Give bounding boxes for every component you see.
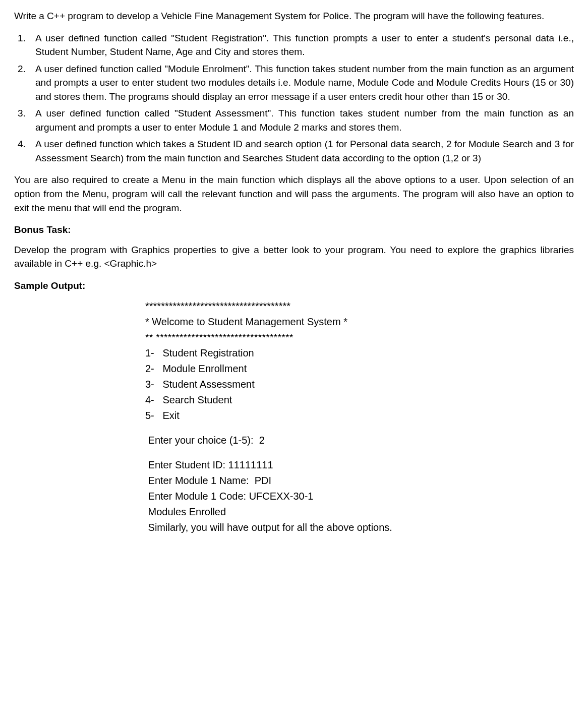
sample-welcome: * Welcome to Student Management System * [145,314,574,330]
list-item: A user defined function called "Student … [28,106,574,134]
intro-paragraph: Write a C++ program to develop a Vehicle… [14,9,574,23]
sample-stars-bottom: ** *********************************** [145,330,574,345]
feature-list: A user defined function called "Student … [14,31,574,165]
sample-stars-top: ************************************* [145,298,574,314]
menu-paragraph: You are also required to create a Menu i… [14,173,574,215]
sample-output-line: Modules Enrolled [145,504,574,520]
sample-output-line: Enter Module 1 Code: UFCEXX-30-1 [145,489,574,504]
sample-output-heading: Sample Output: [14,279,574,293]
bonus-heading: Bonus Task: [14,223,574,237]
list-item: A user defined function called "Module E… [28,62,574,104]
sample-menu-item: 5- Exit [145,408,574,424]
sample-output-block: ************************************* * … [145,298,574,535]
sample-menu-item: 4- Search Student [145,392,574,408]
sample-output-line: Enter Module 1 Name: PDI [145,473,574,489]
list-item: A user defined function which takes a St… [28,137,574,165]
sample-prompt: Enter your choice (1-5): 2 [145,433,574,448]
list-item: A user defined function called "Student … [28,31,574,59]
sample-output-line: Enter Student ID: 11111111 [145,457,574,473]
sample-output-line: Similarly, you will have output for all … [145,520,574,535]
sample-menu-item: 2- Module Enrollment [145,361,574,377]
sample-menu-item: 1- Student Registration [145,345,574,361]
sample-menu-item: 3- Student Assessment [145,377,574,392]
bonus-body: Develop the program with Graphics proper… [14,243,574,271]
